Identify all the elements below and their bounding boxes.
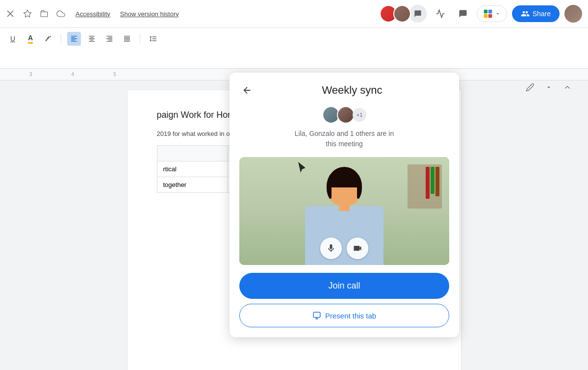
participant-avatar-2 [337,106,355,124]
ruler-mark-5: 5 [113,72,116,77]
svg-rect-5 [313,312,320,317]
panel-back-button[interactable] [239,82,255,98]
collapse-button[interactable] [559,79,576,96]
star-icon[interactable] [23,9,32,19]
share-label: Share [533,10,551,18]
toolbar-row-1: Accessibility Show version history [0,0,588,27]
svg-rect-2 [488,10,492,14]
accessibility-menu[interactable]: Accessibility [76,10,110,18]
meet-panel: Weekly sync +1 Lila, Gonzalo and 1 other… [230,73,459,337]
hair-right [357,174,362,199]
toolbar-separator-2 [140,34,140,44]
align-justify-button[interactable] [120,32,134,46]
participants-text: Lila, Gonzalo and 1 others are in this m… [295,129,394,149]
table-cell-2-1: together [157,177,228,193]
panel-header: Weekly sync [239,82,449,98]
formatting-toolbar: U A [0,27,588,49]
ruler-mark-4: 4 [72,72,75,77]
chat-icon[interactable] [409,5,427,23]
activity-icon-btn[interactable] [432,5,449,23]
edit-pencil-button[interactable] [521,79,539,96]
edit-pencil-area [521,79,576,96]
line-spacing-button[interactable] [146,32,160,46]
participants-avatars: +1 [322,106,366,124]
panel-title: Weekly sync [255,84,449,97]
mic-toggle-button[interactable] [320,238,342,259]
meet-button[interactable] [477,5,507,22]
person-head [327,167,362,206]
join-call-button[interactable]: Join call [239,273,449,299]
user-avatar[interactable] [564,5,582,23]
camera-toggle-button[interactable] [347,238,368,259]
video-preview [239,157,449,265]
edit-dropdown-button[interactable] [540,79,558,96]
align-center-button[interactable] [85,32,99,46]
present-tab-label: Present this tab [325,312,376,320]
toolbar-separator-1 [61,34,61,44]
cloud-save-icon[interactable] [56,9,66,19]
align-right-button[interactable] [102,32,116,46]
participants-section: +1 Lila, Gonzalo and 1 others are in thi… [239,106,449,149]
comments-icon-btn[interactable] [454,5,472,23]
svg-rect-1 [484,10,487,14]
toolbar-right-section: Share [380,5,582,23]
table-cell-1-1: rtical [157,161,228,177]
svg-rect-4 [488,14,492,18]
toolbar-left-section: Accessibility Show version history [6,9,179,19]
collaborator-avatars [380,5,427,23]
present-tab-button[interactable]: Present this tab [239,304,449,327]
share-button[interactable]: Share [512,5,560,22]
highlight-button[interactable] [41,32,55,46]
version-history-menu[interactable]: Show version history [120,10,179,18]
close-tab-icon[interactable] [6,9,15,18]
book-1 [435,167,439,196]
svg-rect-3 [484,14,487,18]
book-3 [426,167,430,199]
underline-button[interactable]: U [6,32,20,46]
participants-plus-badge: +1 [353,108,366,122]
svg-marker-0 [24,10,31,17]
font-color-button[interactable]: A [24,32,37,46]
hair-left [327,174,332,199]
toolbar-icons-group [23,9,66,19]
top-toolbar: Accessibility Show version history [0,0,588,69]
table-header-1 [157,146,228,161]
align-left-button[interactable] [67,32,81,46]
folder-icon[interactable] [39,9,49,19]
book-2 [431,167,435,194]
video-controls [320,238,368,259]
ruler-mark-3: 3 [29,72,32,77]
collaborator-avatar-2 [393,5,411,23]
